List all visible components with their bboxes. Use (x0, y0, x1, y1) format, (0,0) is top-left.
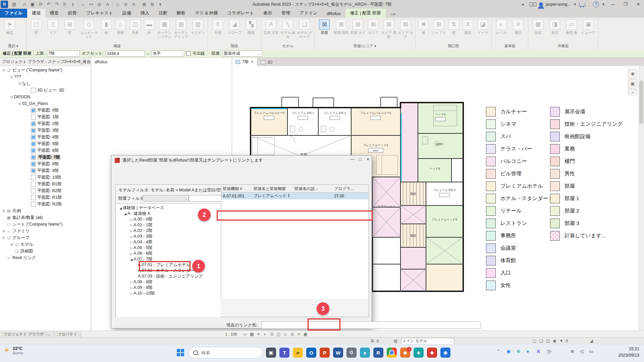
ribbon-display-toggle-icon[interactable]: ▭▾ (386, 11, 400, 18)
offset-input[interactable]: 2438.4 (105, 50, 145, 57)
show-crop-icon[interactable]: ◫ (275, 332, 282, 337)
tag-icon[interactable]: ◎ (95, 1, 103, 8)
expand-icon[interactable]: ⊞ (1, 209, 6, 213)
tab-collaborate[interactable]: コラボレート (223, 9, 259, 18)
browser-item-plan-b2[interactable]: 平面図: B2階 (0, 187, 91, 194)
scrollbar-thumb[interactable] (639, 80, 643, 124)
set-workplane-button[interactable]: ▦設定 (530, 18, 546, 44)
customize-qat-icon[interactable]: ▾ (156, 1, 164, 8)
browser-item-revit-links[interactable]: ∞Revit リンク (0, 254, 91, 261)
tab-steel[interactable]: 鉄骨 (63, 9, 82, 18)
tray-expand-icon[interactable]: ⌃ (496, 349, 500, 354)
sync-icon[interactable]: ⟳ (37, 1, 45, 8)
taskbar-app-icon-1[interactable]: ▣ (266, 348, 276, 358)
reveal-hidden-icon[interactable]: ◎ (289, 332, 296, 337)
collapse-search-icon[interactable]: ◂ (519, 1, 527, 8)
battery-icon[interactable]: ▭ (589, 349, 593, 354)
tree-item[interactable]: ▷A.02 - 2階 (118, 228, 220, 234)
detail-level-icon[interactable]: ▭ (242, 332, 249, 337)
dialog-maximize-button[interactable]: □ (359, 157, 362, 162)
tab-annotate[interactable]: 注釈 (154, 9, 172, 18)
browser-item-plan-9[interactable]: 平面図: 9階 (0, 167, 91, 174)
browser-item-plan-3[interactable]: 平面図: 3階 (0, 127, 91, 134)
switch-windows-icon[interactable]: ⧉ (148, 1, 156, 8)
export-pdf-icon[interactable]: ⇓ (69, 1, 77, 8)
browser-item-3d-view[interactable]: 3D ビュー: 3D (0, 87, 91, 94)
close-button[interactable]: ✕ (633, 1, 643, 8)
visual-style-icon[interactable]: ▦ (249, 332, 255, 337)
roof-button[interactable]: ⌂屋根 (113, 18, 128, 44)
ceiling-button[interactable]: ◫天井 (128, 18, 143, 44)
model-line-button[interactable]: ╲モデル 線分 (279, 18, 296, 44)
save-icon[interactable]: ▣ (29, 1, 37, 8)
tab-file[interactable]: ファイル (0, 9, 27, 18)
tab-addins[interactable]: アドイン (295, 9, 322, 18)
section-icon[interactable]: ⊘ (122, 1, 130, 8)
open-icon[interactable]: ▱ (20, 1, 29, 8)
view-tab-7f[interactable]: 7階 ✕ (232, 58, 257, 66)
collapse-icon[interactable]: ⊟ (9, 95, 14, 99)
text-icon[interactable]: A (103, 1, 111, 8)
measure-icon[interactable]: ↔ (79, 1, 87, 8)
tab-modify-place-room[interactable]: 修正 | 配置 部屋 (345, 9, 386, 18)
expand-icon[interactable]: ⊞ (1, 229, 6, 233)
door-button[interactable]: ▯ドア (45, 18, 61, 44)
sun-path-icon[interactable]: ☀ (255, 332, 262, 337)
file-menu-icon[interactable]: ▤ (10, 1, 18, 8)
upper-limit-select[interactable]: 7階⌄ (47, 50, 80, 57)
constraints-icon[interactable]: ▣ (302, 332, 309, 337)
taskbar-app-icon-12[interactable]: ◆ (427, 348, 437, 358)
tray-camera-icon[interactable]: ◉ (506, 349, 511, 354)
orientation-select[interactable]: 水平⌄ (151, 50, 184, 57)
tab-drofus[interactable]: dRofus (322, 10, 345, 18)
taskbar-app-icon-powerpoint[interactable]: P (320, 348, 330, 358)
minimize-button[interactable]: — (608, 1, 618, 8)
tray-microphone-icon[interactable]: ♦ (527, 349, 529, 354)
panel-label-room-area[interactable]: 部屋/エリア ▾ (316, 44, 414, 50)
tree-item[interactable]: ▷A.01 - 1階 (118, 222, 220, 228)
resize-grip-icon[interactable]: ◢ (588, 339, 595, 343)
signed-in-user[interactable]: jasper.wong... (546, 2, 571, 7)
project-browser-header[interactable]: プロジェクト ブラウザ - ステップ3+4+5+6_複合モデ... (0, 58, 91, 66)
taskbar-clock[interactable]: 15:21 2023/09/13 (618, 346, 639, 359)
thin-lines-icon[interactable]: ≡ (130, 1, 138, 8)
component-button[interactable]: ◇コンポーネント (78, 18, 100, 44)
tab-precast[interactable]: プレキャスト (82, 9, 118, 18)
taskbar-app-icon-edge[interactable]: e (360, 348, 370, 358)
model-group-button[interactable]: ❏モデル グループ (296, 18, 313, 44)
dialog-close-button[interactable]: ✕ (366, 157, 370, 162)
volume-icon[interactable]: ◁ (580, 349, 583, 354)
room-button[interactable]: ⊠部屋 (316, 18, 333, 44)
grid-button[interactable]: #通芯 (510, 18, 527, 44)
curtain-grid-button[interactable]: ▤カーテン グリッド (173, 18, 190, 44)
dialog-title-bar[interactable]: 選択したRevit部屋 '部屋'をdRofusの部屋又はテンプレートにリンクしま… (111, 156, 372, 165)
taskbar-search[interactable] (189, 347, 263, 358)
taskbar-app-icon-11[interactable]: ◈ (414, 348, 424, 358)
search-icon[interactable] (529, 2, 536, 6)
room-select[interactable]: 新規作成⌄ (223, 50, 262, 57)
floor-button[interactable]: ▬床 (143, 18, 156, 44)
tree-item[interactable]: ▷A.10 - 10階 (118, 291, 220, 296)
tree-item[interactable]: A.07.03 - 技術・エンジニアリング (118, 274, 220, 279)
browser-item-plan-1[interactable]: 平面図: 1階 (0, 114, 91, 120)
room-tag-button[interactable]: ⊠部屋 タグ (350, 18, 366, 44)
curtain-system-button[interactable]: ▦カーテン システム (156, 18, 173, 44)
print-icon[interactable]: ⎘ (61, 1, 69, 8)
leader-checkbox[interactable] (186, 51, 191, 56)
collapse-icon[interactable]: ⊟ (17, 102, 22, 106)
browser-item-schedules[interactable]: ▦集計表/数量 (all) (0, 214, 91, 221)
design-options-icon[interactable]: ▤ (392, 339, 399, 343)
restore-button[interactable]: ❐ (621, 1, 631, 8)
browser-item-families[interactable]: ⊞⌂ファミリ (0, 228, 91, 234)
browser-item-model-groups[interactable]: ⊞❏モデル (0, 241, 91, 248)
browser-item-legends[interactable]: ⊞▤凡例 (0, 207, 91, 214)
view-tab-3d[interactable]: 3D (257, 59, 276, 66)
tab-massing-site[interactable]: マス & 外構 (190, 9, 223, 18)
window-button[interactable]: ⊞窓 (61, 18, 78, 44)
search-input[interactable] (201, 350, 252, 356)
wall-opening-button[interactable]: ⇅壁 (447, 18, 461, 44)
tree-item[interactable]: ▷A.09 - 9階 (118, 285, 220, 291)
browser-item-sheets[interactable]: ▢シート ("Company Name") (0, 221, 91, 228)
table-row-selected[interactable]: A.07.01.001 プレミアムベッド 1 27.00 (221, 192, 368, 199)
temporary-hide-isolate-icon[interactable]: ◇ (282, 332, 289, 337)
